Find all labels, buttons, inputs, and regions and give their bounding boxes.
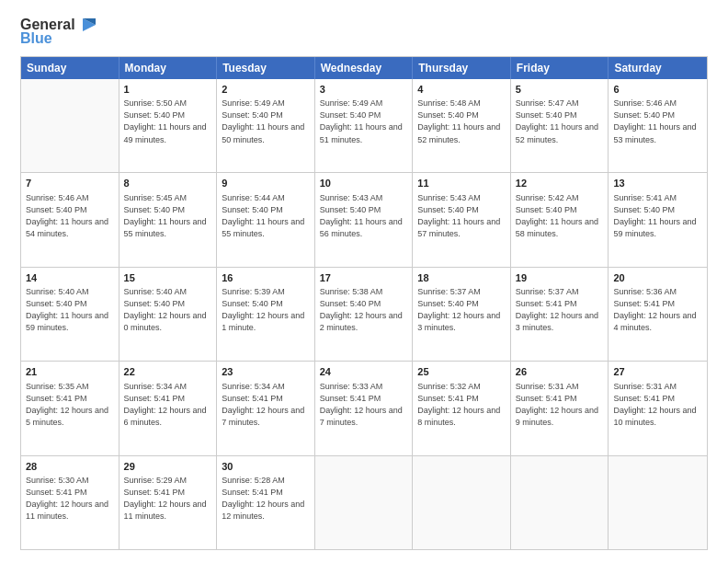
cal-cell: 27 Sunrise: 5:31 AMSunset: 5:41 PMDaylig… bbox=[609, 362, 707, 454]
day-number: 5 bbox=[516, 83, 604, 97]
header-saturday: Saturday bbox=[609, 57, 707, 79]
cell-content: Sunrise: 5:37 AMSunset: 5:41 PMDaylight:… bbox=[516, 286, 604, 334]
cal-cell: 14 Sunrise: 5:40 AMSunset: 5:40 PMDaylig… bbox=[21, 268, 119, 361]
cell-content: Sunrise: 5:42 AMSunset: 5:40 PMDaylight:… bbox=[516, 192, 604, 240]
cell-content: Sunrise: 5:29 AMSunset: 5:41 PMDaylight:… bbox=[124, 475, 212, 523]
cal-cell: 13 Sunrise: 5:41 AMSunset: 5:40 PMDaylig… bbox=[609, 173, 707, 266]
cell-content: Sunrise: 5:31 AMSunset: 5:41 PMDaylight:… bbox=[516, 381, 604, 429]
day-number: 10 bbox=[320, 177, 408, 190]
header-wednesday: Wednesday bbox=[315, 57, 414, 79]
day-number: 3 bbox=[320, 83, 408, 97]
cal-cell: 11 Sunrise: 5:43 AMSunset: 5:40 PMDaylig… bbox=[413, 173, 511, 266]
cal-cell: 15 Sunrise: 5:40 AMSunset: 5:40 PMDaylig… bbox=[119, 268, 218, 361]
day-number: 2 bbox=[222, 83, 310, 97]
cell-content: Sunrise: 5:37 AMSunset: 5:40 PMDaylight:… bbox=[417, 286, 506, 334]
cal-cell: 4 Sunrise: 5:48 AMSunset: 5:40 PMDayligh… bbox=[413, 79, 511, 172]
cal-cell: 5 Sunrise: 5:47 AMSunset: 5:40 PMDayligh… bbox=[511, 79, 609, 172]
logo: General Blue bbox=[20, 17, 99, 47]
header: General Blue bbox=[20, 17, 708, 47]
day-number: 24 bbox=[320, 365, 408, 379]
cal-cell bbox=[21, 79, 119, 172]
cell-content: Sunrise: 5:47 AMSunset: 5:40 PMDaylight:… bbox=[516, 98, 604, 145]
day-number: 29 bbox=[124, 460, 212, 474]
cal-cell: 21 Sunrise: 5:35 AMSunset: 5:41 PMDaylig… bbox=[21, 362, 119, 454]
cal-cell bbox=[413, 456, 511, 549]
cell-content: Sunrise: 5:50 AMSunset: 5:40 PMDaylight:… bbox=[124, 98, 212, 145]
cal-cell: 17 Sunrise: 5:38 AMSunset: 5:40 PMDaylig… bbox=[315, 268, 414, 361]
day-number: 1 bbox=[124, 83, 212, 97]
header-sunday: Sunday bbox=[21, 57, 119, 79]
cal-row-4: 28 Sunrise: 5:30 AMSunset: 5:41 PMDaylig… bbox=[21, 456, 707, 549]
cal-cell: 1 Sunrise: 5:50 AMSunset: 5:40 PMDayligh… bbox=[119, 79, 218, 172]
day-number: 28 bbox=[26, 460, 114, 474]
cal-cell: 23 Sunrise: 5:34 AMSunset: 5:41 PMDaylig… bbox=[217, 362, 315, 454]
cal-cell bbox=[511, 456, 609, 549]
day-number: 17 bbox=[320, 271, 408, 285]
day-number: 27 bbox=[613, 365, 702, 379]
cal-cell: 2 Sunrise: 5:49 AMSunset: 5:40 PMDayligh… bbox=[217, 79, 315, 172]
cell-content: Sunrise: 5:30 AMSunset: 5:41 PMDaylight:… bbox=[26, 475, 114, 523]
cal-cell: 6 Sunrise: 5:46 AMSunset: 5:40 PMDayligh… bbox=[609, 79, 707, 172]
header-friday: Friday bbox=[511, 57, 609, 79]
cal-cell: 10 Sunrise: 5:43 AMSunset: 5:40 PMDaylig… bbox=[315, 173, 414, 266]
day-number: 21 bbox=[26, 365, 114, 379]
cell-content: Sunrise: 5:48 AMSunset: 5:40 PMDaylight:… bbox=[417, 98, 506, 145]
cal-row-1: 7 Sunrise: 5:46 AMSunset: 5:40 PMDayligh… bbox=[21, 173, 707, 267]
day-number: 23 bbox=[222, 365, 310, 379]
day-number: 30 bbox=[222, 460, 310, 474]
cell-content: Sunrise: 5:36 AMSunset: 5:41 PMDaylight:… bbox=[613, 286, 702, 334]
calendar-header: SundayMondayTuesdayWednesdayThursdayFrid… bbox=[21, 57, 707, 79]
cell-content: Sunrise: 5:34 AMSunset: 5:41 PMDaylight:… bbox=[124, 381, 212, 429]
header-thursday: Thursday bbox=[413, 57, 511, 79]
calendar-outer: SundayMondayTuesdayWednesdayThursdayFrid… bbox=[20, 56, 708, 550]
cal-cell: 24 Sunrise: 5:33 AMSunset: 5:41 PMDaylig… bbox=[315, 362, 414, 454]
cell-content: Sunrise: 5:32 AMSunset: 5:41 PMDaylight:… bbox=[417, 381, 506, 429]
cal-cell: 25 Sunrise: 5:32 AMSunset: 5:41 PMDaylig… bbox=[413, 362, 511, 454]
cell-content: Sunrise: 5:43 AMSunset: 5:40 PMDaylight:… bbox=[320, 192, 408, 240]
cal-cell: 18 Sunrise: 5:37 AMSunset: 5:40 PMDaylig… bbox=[413, 268, 511, 361]
cell-content: Sunrise: 5:44 AMSunset: 5:40 PMDaylight:… bbox=[222, 192, 310, 240]
cell-content: Sunrise: 5:33 AMSunset: 5:41 PMDaylight:… bbox=[320, 381, 408, 429]
day-number: 11 bbox=[417, 177, 506, 190]
cell-content: Sunrise: 5:46 AMSunset: 5:40 PMDaylight:… bbox=[613, 98, 702, 145]
cell-content: Sunrise: 5:41 AMSunset: 5:40 PMDaylight:… bbox=[613, 192, 702, 240]
header-tuesday: Tuesday bbox=[217, 57, 315, 79]
cal-cell bbox=[609, 456, 707, 549]
day-number: 15 bbox=[124, 271, 212, 285]
cal-cell: 30 Sunrise: 5:28 AMSunset: 5:41 PMDaylig… bbox=[217, 456, 315, 549]
cal-cell: 22 Sunrise: 5:34 AMSunset: 5:41 PMDaylig… bbox=[119, 362, 218, 454]
day-number: 25 bbox=[417, 365, 506, 379]
cell-content: Sunrise: 5:40 AMSunset: 5:40 PMDaylight:… bbox=[26, 286, 114, 334]
cell-content: Sunrise: 5:28 AMSunset: 5:41 PMDaylight:… bbox=[222, 475, 310, 523]
cal-row-0: 1 Sunrise: 5:50 AMSunset: 5:40 PMDayligh… bbox=[21, 79, 707, 173]
page: General Blue SundayMondayTuesdayWednesda… bbox=[0, 0, 728, 563]
cal-cell: 29 Sunrise: 5:29 AMSunset: 5:41 PMDaylig… bbox=[119, 456, 218, 549]
day-number: 12 bbox=[516, 177, 604, 190]
cal-cell: 26 Sunrise: 5:31 AMSunset: 5:41 PMDaylig… bbox=[511, 362, 609, 454]
day-number: 7 bbox=[26, 177, 114, 190]
calendar: SundayMondayTuesdayWednesdayThursdayFrid… bbox=[20, 56, 708, 550]
cal-cell bbox=[315, 456, 414, 549]
cell-content: Sunrise: 5:46 AMSunset: 5:40 PMDaylight:… bbox=[26, 192, 114, 240]
day-number: 18 bbox=[417, 271, 506, 285]
cell-content: Sunrise: 5:39 AMSunset: 5:40 PMDaylight:… bbox=[222, 286, 310, 334]
cal-cell: 16 Sunrise: 5:39 AMSunset: 5:40 PMDaylig… bbox=[217, 268, 315, 361]
cal-cell: 20 Sunrise: 5:36 AMSunset: 5:41 PMDaylig… bbox=[609, 268, 707, 361]
cell-content: Sunrise: 5:31 AMSunset: 5:41 PMDaylight:… bbox=[613, 381, 702, 429]
day-number: 20 bbox=[613, 271, 702, 285]
cal-cell: 9 Sunrise: 5:44 AMSunset: 5:40 PMDayligh… bbox=[217, 173, 315, 266]
cal-cell: 12 Sunrise: 5:42 AMSunset: 5:40 PMDaylig… bbox=[511, 173, 609, 266]
cal-cell: 3 Sunrise: 5:49 AMSunset: 5:40 PMDayligh… bbox=[315, 79, 414, 172]
cell-content: Sunrise: 5:49 AMSunset: 5:40 PMDaylight:… bbox=[320, 98, 408, 145]
day-number: 9 bbox=[222, 177, 310, 190]
day-number: 22 bbox=[124, 365, 212, 379]
cal-cell: 8 Sunrise: 5:45 AMSunset: 5:40 PMDayligh… bbox=[119, 173, 218, 266]
cal-cell: 7 Sunrise: 5:46 AMSunset: 5:40 PMDayligh… bbox=[21, 173, 119, 266]
cell-content: Sunrise: 5:38 AMSunset: 5:40 PMDaylight:… bbox=[320, 286, 408, 334]
header-monday: Monday bbox=[119, 57, 218, 79]
cell-content: Sunrise: 5:34 AMSunset: 5:41 PMDaylight:… bbox=[222, 381, 310, 429]
cal-row-3: 21 Sunrise: 5:35 AMSunset: 5:41 PMDaylig… bbox=[21, 362, 707, 455]
day-number: 19 bbox=[516, 271, 604, 285]
day-number: 4 bbox=[417, 83, 506, 97]
day-number: 13 bbox=[613, 177, 702, 190]
